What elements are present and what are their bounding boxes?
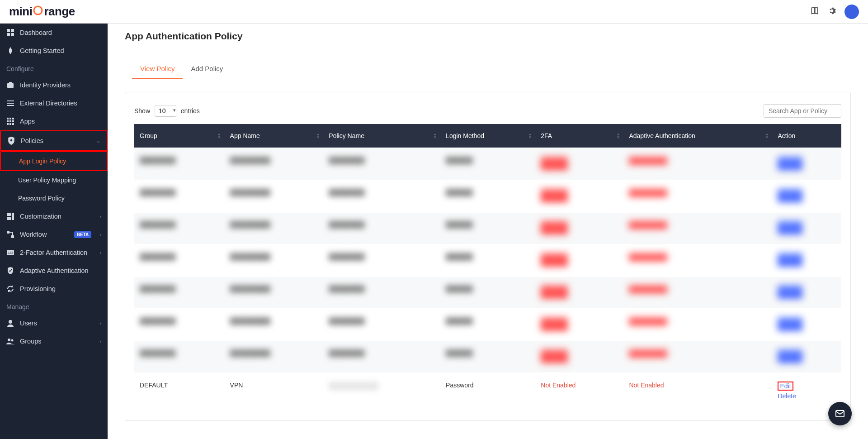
action-delete-link[interactable]: Delete	[778, 392, 836, 400]
brand-logo[interactable]: mini range	[9, 5, 75, 19]
avatar[interactable]	[844, 5, 859, 19]
cell-login-blurred: ██████	[446, 221, 473, 228]
sort-icon: ▲▼	[316, 133, 320, 139]
numbers-icon: 123	[6, 250, 14, 255]
cell-action-blurred	[778, 285, 802, 299]
cell-policy-name	[323, 373, 440, 408]
sidebar-sub-app-login-policy[interactable]: App Login Policy	[0, 151, 108, 171]
search-input[interactable]	[764, 104, 841, 118]
cell-action: EditDelete	[772, 373, 841, 408]
table-row: ███████████████████████████████	[134, 341, 841, 372]
svg-rect-2	[11, 29, 14, 32]
chevron-down-icon: ⌄	[96, 138, 100, 144]
sidebar-item-workflow[interactable]: Workflow BETA ›	[0, 225, 108, 243]
sidebar-item-label: 2-Factor Authentication	[20, 249, 94, 256]
cell-adaptive-blurred	[629, 189, 667, 197]
cell-app-blurred: █████████	[230, 189, 270, 196]
sidebar-item-external-directories[interactable]: External Directories	[0, 94, 108, 112]
tab-view-policy[interactable]: View Policy	[132, 59, 183, 79]
entries-label: entries	[181, 107, 200, 115]
chevron-right-icon: ›	[99, 214, 101, 219]
col-login-method[interactable]: Login Method▲▼	[440, 124, 535, 148]
sidebar-item-policies[interactable]: Policies ⌄	[0, 130, 108, 151]
sidebar-item-identity-providers[interactable]: Identity Providers	[0, 76, 108, 94]
svg-rect-23	[7, 231, 9, 234]
sort-icon: ▲▼	[433, 133, 437, 139]
chevron-right-icon: ›	[99, 232, 101, 237]
svg-rect-22	[7, 217, 11, 220]
sidebar-item-getting-started[interactable]: Getting Started	[0, 42, 108, 60]
chevron-right-icon: ›	[99, 339, 101, 344]
dashboard-icon	[6, 29, 14, 36]
sidebar-item-label: Dashboard	[20, 29, 101, 36]
cell-group-blurred: ████████	[140, 317, 175, 324]
sidebar-item-apps[interactable]: Apps	[0, 112, 108, 130]
cell-group-blurred: ████████	[140, 189, 175, 196]
svg-rect-11	[9, 118, 11, 119]
svg-rect-24	[11, 235, 14, 238]
docs-icon[interactable]	[810, 6, 819, 17]
cell-action-blurred	[778, 253, 802, 267]
cell-2fa-blurred	[541, 157, 568, 170]
svg-rect-15	[12, 120, 14, 122]
cell-login-method: Password	[440, 373, 535, 408]
mail-icon	[835, 408, 845, 419]
cell-policy-blurred: ████████	[329, 189, 364, 196]
cell-login-blurred: ██████	[446, 349, 473, 357]
gear-icon[interactable]	[827, 6, 836, 17]
svg-rect-17	[9, 123, 11, 125]
sidebar-item-label: Provisioning	[20, 285, 101, 292]
svg-rect-12	[12, 118, 14, 119]
col-group[interactable]: Group▲▼	[134, 124, 225, 148]
action-edit-link[interactable]: Edit	[778, 382, 793, 391]
sidebar-item-adaptive-auth[interactable]: Adaptive Authentication	[0, 262, 108, 280]
svg-rect-18	[12, 123, 14, 125]
cell-2fa-blurred	[541, 285, 568, 299]
sync-icon	[6, 285, 14, 292]
sort-icon: ▲▼	[765, 133, 769, 139]
cell-action-blurred	[778, 189, 802, 202]
cell-policy-blurred: ████████	[329, 221, 364, 228]
sidebar-item-label: Groups	[20, 338, 94, 345]
col-action: Action	[772, 124, 841, 148]
cell-group-blurred: ████████	[140, 157, 175, 164]
sidebar-item-groups[interactable]: Groups ›	[0, 332, 108, 350]
briefcase-icon	[6, 81, 14, 89]
cell-policy-blurred: ████████	[329, 157, 364, 164]
cell-policy-blurred: ████████	[329, 285, 364, 292]
chat-fab[interactable]	[828, 402, 852, 425]
sort-icon: ▲▼	[617, 133, 620, 139]
col-2fa[interactable]: 2FA▲▼	[535, 124, 623, 148]
brand-orange-icon	[33, 5, 43, 19]
tabs: View Policy Add Policy	[125, 59, 851, 79]
cell-action-blurred	[778, 157, 802, 170]
col-policy-name[interactable]: Policy Name▲▼	[323, 124, 440, 148]
cell-adaptive-blurred	[629, 317, 667, 325]
col-adaptive-auth[interactable]: Adaptive Authentication▲▼	[623, 124, 772, 148]
sidebar-item-users[interactable]: Users ›	[0, 314, 108, 332]
svg-point-0	[34, 6, 42, 14]
sidebar-item-provisioning[interactable]: Provisioning	[0, 280, 108, 298]
topbar-actions	[810, 5, 859, 19]
list-icon	[6, 100, 14, 107]
tab-add-policy[interactable]: Add Policy	[183, 59, 231, 79]
cell-adaptive-blurred	[629, 253, 667, 261]
sidebar-item-label: Policies	[21, 137, 91, 144]
sidebar-item-dashboard[interactable]: Dashboard	[0, 24, 108, 42]
sidebar-item-customization[interactable]: Customization ›	[0, 207, 108, 225]
cell-login-blurred: ██████	[446, 317, 473, 324]
cell-group-blurred: ████████	[140, 253, 175, 260]
svg-point-27	[9, 320, 12, 324]
sidebar-sub-password-policy[interactable]: Password Policy	[0, 189, 108, 207]
sidebar-sub-user-policy-mapping[interactable]: User Policy Mapping	[0, 171, 108, 189]
sidebar-item-label: Getting Started	[20, 47, 101, 54]
sidebar-item-2fa[interactable]: 123 2-Factor Authentication ›	[0, 243, 108, 262]
chevron-right-icon: ›	[99, 250, 101, 255]
cell-app-blurred: █████████	[230, 221, 270, 228]
page-size-select[interactable]: 10	[155, 105, 176, 117]
col-app-name[interactable]: App Name▲▼	[225, 124, 324, 148]
sidebar-item-label: Apps	[20, 118, 101, 125]
shield-icon	[7, 137, 15, 145]
table-card: Show 10 entries Group▲▼ App Name▲▼ Polic…	[125, 92, 851, 421]
group-icon	[6, 338, 14, 345]
